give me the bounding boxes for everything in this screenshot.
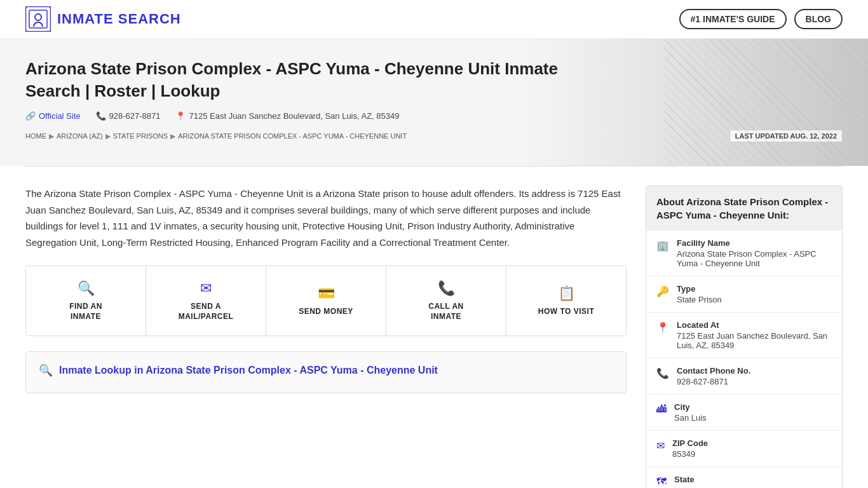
sidebar-item-type: 🔑 Type State Prison <box>646 276 842 313</box>
facility-name-label: Facility Name <box>677 238 832 248</box>
zip-icon: ✉ <box>656 440 665 452</box>
logo-icon <box>25 6 51 32</box>
city-icon: 🏙 <box>656 403 667 415</box>
type-label: Type <box>677 284 722 294</box>
svg-rect-1 <box>29 10 47 28</box>
city-value: San Luis <box>674 413 707 423</box>
content-left: The Arizona State Prison Complex - ASPC … <box>25 186 627 488</box>
lookup-section: 🔍 Inmate Lookup in Arizona State Prison … <box>25 351 627 393</box>
call-inmate-icon: 📞 <box>438 280 455 297</box>
lookup-title: Inmate Lookup in Arizona State Prison Co… <box>59 365 438 376</box>
send-money-label: SEND MONEY <box>299 307 353 317</box>
phone-meta: 📞 928-627-8871 <box>96 111 161 121</box>
action-cards: 🔍 FIND ANINMATE ✉ SEND AMAIL/PARCEL 💳 SE… <box>25 266 627 336</box>
breadcrumb-current[interactable]: ARIZONA STATE PRISON COMPLEX - ASPC YUMA… <box>178 132 407 140</box>
city-content: City San Luis <box>674 402 707 423</box>
hero-background <box>665 39 868 166</box>
sidebar-phone-icon: 📞 <box>656 367 669 379</box>
how-to-visit-label: HOW TO VISIT <box>538 307 594 317</box>
phone-icon: 📞 <box>96 111 106 121</box>
guide-button[interactable]: #1 INMATE'S GUIDE <box>679 9 787 29</box>
lookup-header: 🔍 Inmate Lookup in Arizona State Prison … <box>39 363 613 377</box>
sidebar-item-facility-name: 🏢 Facility Name Arizona State Prison Com… <box>646 231 842 276</box>
link-icon: 🔗 <box>25 111 36 121</box>
breadcrumb-sep-1: ▶ <box>49 132 54 140</box>
how-to-visit-icon: 📋 <box>558 285 575 302</box>
svg-point-2 <box>35 14 41 20</box>
how-to-visit-card[interactable]: 📋 HOW TO VISIT <box>506 266 626 336</box>
breadcrumb-home[interactable]: HOME <box>25 132 46 140</box>
logo-text: INMATE SEARCH <box>57 11 181 27</box>
send-mail-icon: ✉ <box>200 280 212 297</box>
located-at-icon: 📍 <box>656 322 669 334</box>
sidebar-item-zip: ✉ ZIP Code 85349 <box>646 431 842 467</box>
zip-value: 85349 <box>672 449 708 459</box>
type-icon: 🔑 <box>656 285 669 297</box>
sidebar-header: About Arizona State Prison Complex - ASP… <box>646 186 842 231</box>
hero-section: Arizona State Prison Complex - ASPC Yuma… <box>0 39 868 166</box>
zip-content: ZIP Code 85349 <box>672 438 708 459</box>
send-mail-label: SEND AMAIL/PARCEL <box>179 302 234 322</box>
located-at-label: Located At <box>677 320 832 330</box>
call-inmate-label: CALL ANINMATE <box>428 302 464 322</box>
location-icon: 📍 <box>175 111 186 121</box>
phone-content: Contact Phone No. 928-627-8871 <box>677 366 750 386</box>
find-inmate-label: FIND ANINMATE <box>69 302 102 322</box>
zip-label: ZIP Code <box>672 438 708 448</box>
logo-area: INMATE SEARCH <box>25 6 181 32</box>
official-site-link[interactable]: 🔗 Official Site <box>25 111 81 121</box>
breadcrumb-sep-2: ▶ <box>105 132 111 140</box>
sidebar-item-city: 🏙 City San Luis <box>646 395 842 431</box>
sidebar-item-phone: 📞 Contact Phone No. 928-627-8871 <box>646 358 842 395</box>
facility-name-content: Facility Name Arizona State Prison Compl… <box>677 238 832 268</box>
find-inmate-icon: 🔍 <box>78 280 95 297</box>
sidebar-card: About Arizona State Prison Complex - ASP… <box>646 186 843 488</box>
located-at-content: Located At 7125 East Juan Sanchez Boulev… <box>677 320 832 350</box>
page-title: Arizona State Prison Complex - ASPC Yuma… <box>25 58 597 102</box>
breadcrumb-sep-3: ▶ <box>170 132 175 140</box>
breadcrumb-arizona[interactable]: ARIZONA (AZ) <box>57 132 103 140</box>
phone-value: 928-627-8871 <box>677 377 750 386</box>
find-inmate-card[interactable]: 🔍 FIND ANINMATE <box>26 266 146 336</box>
facility-name-icon: 🏢 <box>656 240 669 252</box>
state-content: State <box>674 475 695 485</box>
lookup-search-icon: 🔍 <box>39 363 53 377</box>
send-money-icon: 💳 <box>318 285 335 302</box>
sidebar-item-located-at: 📍 Located At 7125 East Juan Sanchez Boul… <box>646 313 842 358</box>
header-nav: #1 INMATE'S GUIDE BLOG <box>679 9 843 29</box>
type-value: State Prison <box>677 295 722 304</box>
type-content: Type State Prison <box>677 284 722 304</box>
breadcrumb-state-prisons[interactable]: STATE PRISONS <box>113 132 168 140</box>
call-inmate-card[interactable]: 📞 CALL ANINMATE <box>386 266 506 336</box>
located-at-value: 7125 East Juan Sanchez Boulevard, San Lu… <box>677 331 832 350</box>
blog-button[interactable]: BLOG <box>794 9 843 29</box>
main-content: The Arizona State Prison Complex - ASPC … <box>0 166 868 488</box>
city-label: City <box>674 402 707 412</box>
phone-label: Contact Phone No. <box>677 366 750 376</box>
facility-description: The Arizona State Prison Complex - ASPC … <box>25 186 627 250</box>
address-meta: 📍 7125 East Juan Sanchez Boulevard, San … <box>175 111 399 121</box>
state-label: State <box>674 475 695 484</box>
send-money-card[interactable]: 💳 SEND MONEY <box>266 266 386 336</box>
sidebar: About Arizona State Prison Complex - ASP… <box>646 186 843 488</box>
sidebar-item-state: 🗺 State <box>646 467 842 488</box>
facility-name-value: Arizona State Prison Complex - ASPC Yuma… <box>677 249 832 268</box>
send-mail-card[interactable]: ✉ SEND AMAIL/PARCEL <box>146 266 266 336</box>
state-icon: 🗺 <box>656 476 667 487</box>
